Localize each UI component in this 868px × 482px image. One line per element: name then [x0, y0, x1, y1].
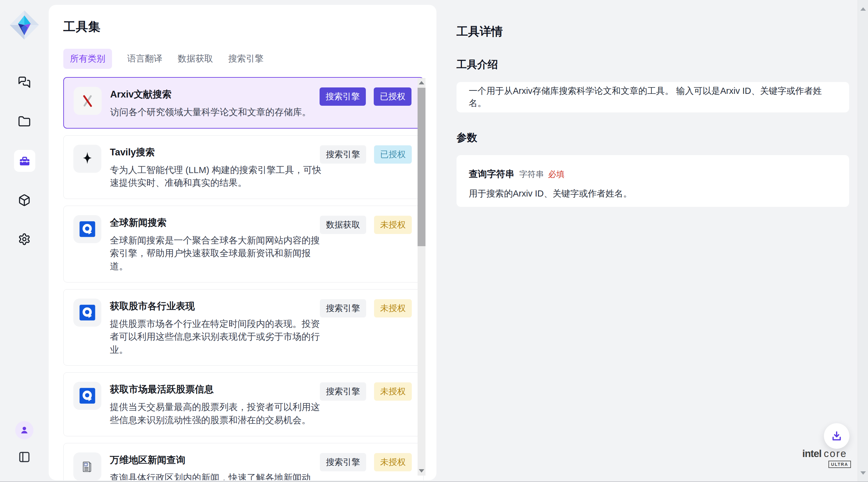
ultra-badge: ULTRA — [829, 461, 851, 468]
local-news-icon: LOCAL NEW — [73, 452, 101, 480]
tool-name: 万维地区新闻查询 — [110, 454, 323, 466]
category-badge: 数据获取 — [320, 216, 366, 234]
tool-description: 全球新闻搜索是一个聚合全球各大新闻网站内容的搜索引擎，帮助用户快速获取全球最新资… — [110, 234, 323, 273]
tool-description: 提供股票市场各个行业在特定时间段内的表现。投资者可以利用这些信息来识别表现优于或… — [110, 317, 323, 357]
intel-wordmark: intel — [802, 448, 822, 459]
tool-description: 提供当天交易量最高的股票列表，投资者可以利用这些信息来识别流动性强的股票和潜在的… — [110, 401, 323, 427]
category-badge: 搜索引擎 — [320, 299, 366, 317]
folder-icon[interactable] — [18, 115, 31, 128]
params-heading: 参数 — [457, 131, 858, 145]
details-title: 工具详情 — [457, 24, 858, 39]
tool-card-tavily[interactable]: Tavily搜索 专为人工智能代理 (LLM) 构建的搜索引擎工具，可快速提供实… — [63, 135, 424, 199]
download-button[interactable] — [824, 423, 849, 449]
page-scrollbar[interactable] — [858, 0, 868, 481]
auth-status-badge: 已授权 — [374, 87, 411, 106]
tool-card-sector-performance[interactable]: 获取股市各行业表现 提供股票市场各个行业在特定时间段内的表现。投资者可以利用这些… — [63, 289, 424, 366]
chat-icon[interactable] — [18, 76, 31, 88]
tool-description: 访问各个研究领域大量科学论文和文章的存储库。 — [110, 106, 311, 119]
cube-icon[interactable] — [18, 194, 31, 206]
page-scroll-up-icon[interactable] — [860, 7, 866, 11]
tool-card-arxiv[interactable]: Arxiv文献搜索 访问各个研究领域大量科学论文和文章的存储库。 搜索引擎 已授… — [63, 77, 424, 129]
page-scroll-down-icon[interactable] — [860, 471, 866, 475]
tool-name: Arxiv文献搜索 — [110, 88, 311, 101]
intel-core-logo: intel core ULTRA — [802, 448, 851, 468]
intro-text: 一个用于从Arxiv存储库搜索科学论文和文章的工具。 输入可以是Arxiv ID… — [469, 85, 837, 109]
auth-status-badge: 未授权 — [374, 382, 412, 401]
scroll-up-icon[interactable] — [419, 81, 424, 84]
category-tabs: 所有类别 语言翻译 数据获取 搜索引擎 — [63, 50, 436, 67]
arxiv-icon — [74, 87, 102, 115]
tool-details-panel: 工具详情 工具介绍 一个用于从Arxiv存储库搜索科学论文和文章的工具。 输入可… — [436, 0, 858, 481]
category-badge: 搜索引擎 — [319, 87, 366, 106]
param-type: 字符串 — [519, 169, 544, 180]
q-news-icon — [73, 215, 101, 243]
list-scrollbar[interactable] — [417, 78, 426, 476]
download-icon — [831, 430, 843, 442]
intro-card: 一个用于从Arxiv存储库搜索科学论文和文章的工具。 输入可以是Arxiv ID… — [457, 82, 849, 112]
category-badge: 搜索引擎 — [320, 382, 366, 401]
param-description: 用于搜索的Arxiv ID、关键字或作者姓名。 — [469, 188, 837, 200]
svg-text:NEW: NEW — [85, 465, 88, 466]
tool-list: Arxiv文献搜索 访问各个研究领域大量科学论文和文章的存储库。 搜索引擎 已授… — [63, 77, 424, 480]
category-badge: 搜索引擎 — [320, 453, 366, 471]
tab-translation[interactable]: 语言翻译 — [127, 53, 162, 65]
param-card: 查询字符串 字符串 必填 用于搜索的Arxiv ID、关键字或作者姓名。 — [457, 155, 849, 207]
gear-icon[interactable] — [18, 233, 31, 246]
auth-status-badge: 未授权 — [374, 299, 412, 317]
tool-name: Tavily搜索 — [110, 146, 323, 159]
sidebar — [0, 0, 49, 481]
q-news-icon — [73, 299, 101, 327]
tool-name: 获取股市各行业表现 — [110, 300, 323, 313]
tool-name: 获取市场最活跃股票信息 — [110, 383, 323, 396]
q-news-icon — [73, 382, 101, 410]
tool-card-local-news[interactable]: LOCAL NEW 万维地区新闻查询 查询具体行政区划内的新闻，快速了解各地新闻… — [63, 443, 424, 480]
list-scrollbar-thumb[interactable] — [417, 88, 426, 246]
tab-all-categories[interactable]: 所有类别 — [63, 49, 112, 69]
svg-text:LOCAL: LOCAL — [85, 463, 89, 465]
tab-search-engine[interactable]: 搜索引擎 — [228, 53, 264, 65]
category-badge: 搜索引擎 — [320, 145, 366, 164]
avatar[interactable] — [15, 421, 33, 440]
scroll-down-icon[interactable] — [419, 469, 424, 473]
auth-status-badge: 未授权 — [374, 453, 412, 471]
toolbox-icon[interactable] — [14, 150, 35, 172]
toolset-panel: 工具集 所有类别 语言翻译 数据获取 搜索引擎 Arxiv文献搜索 访问各个研究… — [49, 5, 436, 480]
intro-heading: 工具介绍 — [457, 58, 858, 72]
param-name: 查询字符串 — [469, 168, 514, 180]
tool-card-most-active-stocks[interactable]: 获取市场最活跃股票信息 提供当天交易量最高的股票列表，投资者可以利用这些信息来识… — [63, 372, 424, 436]
core-wordmark: core — [824, 448, 847, 459]
auth-status-badge: 已授权 — [374, 145, 412, 164]
tool-description: 专为人工智能代理 (LLM) 构建的搜索引擎工具，可快速提供实时、准确和真实的结… — [110, 164, 323, 190]
app-logo — [8, 9, 40, 41]
panel-toggle-icon[interactable] — [18, 451, 30, 463]
page-title: 工具集 — [63, 18, 436, 35]
tool-description: 查询具体行政区划内的新闻，快速了解各地新闻动态。 — [110, 471, 323, 480]
tab-data-fetch[interactable]: 数据获取 — [178, 53, 213, 65]
tool-name: 全球新闻搜索 — [110, 216, 323, 229]
param-required-label: 必填 — [548, 169, 564, 180]
tool-card-global-news[interactable]: 全球新闻搜索 全球新闻搜索是一个聚合全球各大新闻网站内容的搜索引擎，帮助用户快速… — [63, 206, 424, 282]
tavily-star-icon — [73, 145, 101, 173]
auth-status-badge: 未授权 — [374, 216, 412, 234]
